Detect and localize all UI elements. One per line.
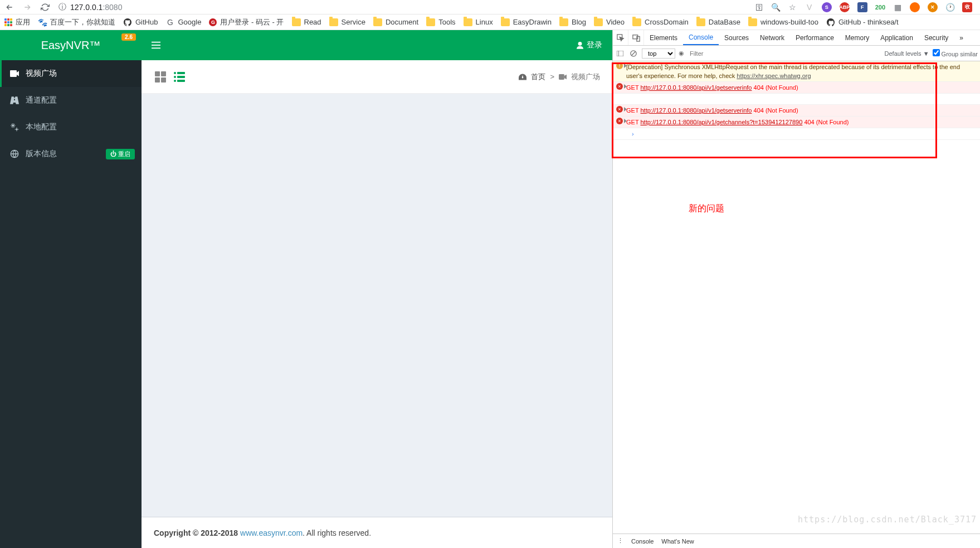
tab-memory[interactable]: Memory <box>840 30 875 45</box>
ext-clock-icon[interactable]: 🕐 <box>945 3 954 12</box>
svg-rect-4 <box>152 45 160 46</box>
clear-console-icon[interactable] <box>628 46 638 61</box>
back-button[interactable] <box>4 2 14 12</box>
breadcrumb-home[interactable]: 首页 <box>531 72 545 82</box>
toolbar-right: ⚿ 🔍 ☆ V S ABP F 200 ▦ ✕ 🕐 收 <box>755 2 976 12</box>
drawer-console[interactable]: Console <box>631 538 654 545</box>
bookmark-baidu[interactable]: 🐾百度一下，你就知道 <box>38 17 115 27</box>
folder-icon <box>373 18 382 26</box>
dashboard-icon <box>519 74 526 80</box>
drawer-whatsnew[interactable]: What's New <box>661 538 694 545</box>
eye-icon[interactable]: ◉ <box>679 50 684 57</box>
bookmark-easydrawin[interactable]: EasyDrawin <box>501 18 552 26</box>
tab-performance[interactable]: Performance <box>790 30 840 45</box>
error-url[interactable]: http://127.0.0.1:8080/api/v1/getserverin… <box>640 84 752 91</box>
abp-icon[interactable]: ABP <box>840 2 850 12</box>
login-button[interactable]: 登录 <box>577 40 602 50</box>
main-area: EasyNVR™ 2.6 视频广场 通道配置 本地配置 版本信息 ⏻重启 登录 <box>0 30 980 548</box>
svg-rect-17 <box>559 74 564 80</box>
svg-rect-3 <box>152 42 160 43</box>
svg-rect-10 <box>161 77 166 83</box>
folder-icon <box>594 18 603 26</box>
device-icon[interactable] <box>628 30 644 45</box>
address-bar[interactable]: ⓘ 127.0.0.1:8080 <box>58 3 747 12</box>
nav-channel-config[interactable]: 通道配置 <box>0 87 142 114</box>
bookmark-blog[interactable]: Blog <box>559 18 586 26</box>
ext-purple-icon[interactable]: S <box>822 2 832 12</box>
ext-fb-icon[interactable]: F <box>857 2 867 12</box>
group-similar-checkbox[interactable]: Group similar <box>933 49 978 57</box>
sidebar-toggle-icon[interactable] <box>615 46 625 61</box>
bookmark-gitee[interactable]: G用户登录 - 码云 - 开 <box>209 17 284 27</box>
menu-toggle[interactable] <box>152 41 160 49</box>
grid-view-button[interactable] <box>154 70 167 84</box>
forward-button[interactable] <box>22 2 32 12</box>
error-icon: × <box>616 118 623 124</box>
tab-elements[interactable]: Elements <box>644 30 683 45</box>
inspect-icon[interactable] <box>613 30 628 45</box>
tab-application[interactable]: Application <box>875 30 919 45</box>
bookmark-video[interactable]: Video <box>594 18 625 26</box>
content: 登录 首页 > 视频广场 Copyright © 2012-2018 www.e… <box>142 30 612 548</box>
bookmark-tools[interactable]: Tools <box>426 18 455 26</box>
footer-link[interactable]: www.easynvr.com <box>240 528 303 537</box>
bookmark-windows-build[interactable]: windows-build-too <box>748 18 818 26</box>
bookmark-document[interactable]: Document <box>373 18 418 26</box>
bookmark-github-thinksea[interactable]: GitHub - thinksea/t <box>826 18 899 27</box>
ext-counter[interactable]: 200 <box>875 4 885 11</box>
bookmark-github[interactable]: GitHub <box>123 18 158 27</box>
star-icon[interactable]: ☆ <box>788 3 797 12</box>
svg-rect-9 <box>155 77 160 83</box>
warn-link[interactable]: https://xhr.spec.whatwg.org <box>737 72 811 79</box>
folder-icon <box>748 18 757 26</box>
list-view-button[interactable] <box>173 70 186 84</box>
svg-point-11 <box>174 72 176 74</box>
zoom-icon[interactable]: 🔍 <box>772 3 781 12</box>
svg-rect-8 <box>161 71 166 76</box>
bookmark-crossdomain[interactable]: CrossDomain <box>632 18 689 26</box>
brand[interactable]: EasyNVR™ 2.6 <box>0 30 142 60</box>
brand-title: EasyNVR™ <box>41 39 101 52</box>
footer: Copyright © 2012-2018 www.easynvr.com. A… <box>142 517 612 548</box>
key-icon[interactable]: ⚿ <box>755 3 764 12</box>
tab-console[interactable]: Console <box>683 30 719 45</box>
drawer-menu-icon[interactable]: ⋮ <box>617 537 623 545</box>
ext-orange-icon[interactable] <box>910 2 920 12</box>
ext-amber-icon[interactable]: ✕ <box>928 2 938 12</box>
folder-icon <box>329 18 338 26</box>
apps-shortcut[interactable]: 应用 <box>4 17 30 27</box>
tab-security[interactable]: Security <box>919 30 954 45</box>
bookmark-database[interactable]: DataBase <box>696 18 740 26</box>
footer-suffix: . All rights reserved. <box>303 528 371 537</box>
bookmark-service[interactable]: Service <box>329 18 365 26</box>
restart-button[interactable]: ⏻重启 <box>106 149 135 159</box>
nav-local-config[interactable]: 本地配置 <box>0 114 142 140</box>
ext-grid-icon[interactable]: ▦ <box>893 3 902 12</box>
folder-icon <box>501 18 510 26</box>
bookmarks-bar: 应用 🐾百度一下，你就知道 GitHub GGoogle G用户登录 - 码云 … <box>0 14 980 30</box>
tab-more[interactable]: » <box>954 30 969 45</box>
ext-red-icon[interactable]: 收 <box>962 2 972 12</box>
sidebar: EasyNVR™ 2.6 视频广场 通道配置 本地配置 版本信息 ⏻重启 <box>0 30 142 548</box>
bookmark-linux[interactable]: Linux <box>464 18 493 26</box>
filter-input[interactable] <box>688 50 881 57</box>
camera-icon <box>559 74 567 80</box>
folder-icon <box>426 18 435 26</box>
tab-sources[interactable]: Sources <box>719 30 754 45</box>
v-icon[interactable]: V <box>805 3 814 12</box>
devtools-tabs: Elements Console Sources Network Perform… <box>613 30 980 46</box>
error-url[interactable]: http://127.0.0.1:8080/api/v1/getserverin… <box>640 107 752 114</box>
bookmark-read[interactable]: Read <box>292 18 321 26</box>
reload-button[interactable] <box>40 2 50 12</box>
console-prompt[interactable]: › <box>613 128 980 140</box>
context-select[interactable]: top <box>642 49 675 59</box>
nav-version-info[interactable]: 版本信息 ⏻重启 <box>0 140 142 167</box>
console-log: ![Deprecation] Synchronous XMLHttpReques… <box>613 61 980 140</box>
nav-video-square[interactable]: 视频广场 <box>0 60 142 87</box>
tab-network[interactable]: Network <box>754 30 790 45</box>
power-icon: ⏻ <box>110 151 116 157</box>
error-url[interactable]: http://127.0.0.1:8080/api/v1/getchannels… <box>640 119 802 125</box>
bookmark-google[interactable]: GGoogle <box>165 18 201 27</box>
levels-dropdown[interactable]: Default levels ▼ <box>885 50 929 57</box>
video-icon <box>10 70 19 77</box>
